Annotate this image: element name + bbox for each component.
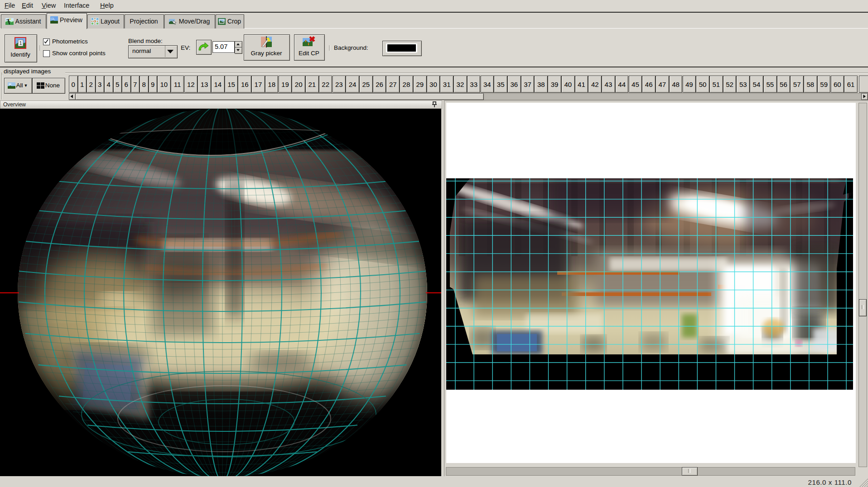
- svg-text:GL: GL: [51, 17, 55, 20]
- svg-text:1: 1: [19, 40, 22, 46]
